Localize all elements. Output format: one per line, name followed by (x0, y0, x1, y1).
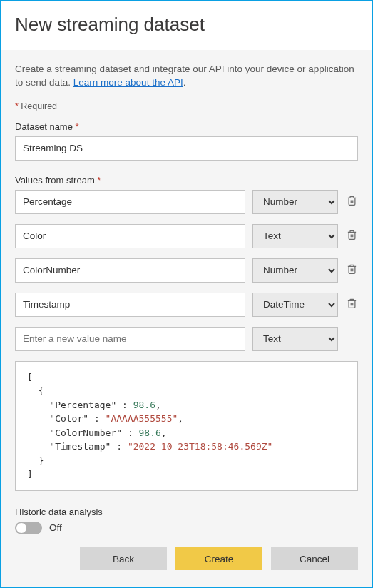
new-value-row: NumberTextDateTime (15, 327, 358, 351)
value-name-input[interactable] (15, 224, 245, 248)
learn-more-link[interactable]: Learn more about the API (73, 77, 183, 88)
value-row: NumberTextDateTime (15, 293, 358, 317)
page-title: New streaming dataset (15, 14, 358, 36)
values-from-stream-label: Values from stream * (15, 175, 358, 186)
dataset-name-input[interactable] (15, 136, 358, 161)
dataset-name-label: Dataset name * (15, 121, 358, 132)
new-value-name-input[interactable] (15, 327, 245, 351)
cancel-button[interactable]: Cancel (271, 547, 358, 570)
value-row: NumberTextDateTime (15, 258, 358, 283)
value-type-select[interactable]: NumberTextDateTime (252, 224, 338, 248)
trash-icon[interactable] (347, 195, 357, 208)
trash-icon[interactable] (347, 298, 357, 311)
back-button[interactable]: Back (80, 547, 167, 570)
create-button[interactable]: Create (175, 547, 262, 570)
value-row: NumberTextDateTime (15, 224, 358, 248)
historic-toggle[interactable] (15, 522, 42, 534)
value-type-select[interactable]: NumberTextDateTime (252, 190, 338, 214)
value-name-input[interactable] (15, 190, 245, 214)
value-name-input[interactable] (15, 293, 245, 317)
trash-icon[interactable] (347, 263, 357, 277)
historic-label: Historic data analysis (15, 507, 358, 517)
description-text: Create a streaming dataset and integrate… (15, 63, 358, 90)
value-type-select[interactable]: NumberTextDateTime (252, 293, 338, 317)
value-name-input[interactable] (15, 258, 245, 283)
trash-icon[interactable] (347, 229, 357, 243)
required-note: * Required (15, 101, 358, 111)
new-value-type-select[interactable]: NumberTextDateTime (252, 327, 338, 351)
historic-toggle-state: Off (49, 522, 62, 533)
json-preview: [ { "Percentage" : 98.6, "Color" : "AAAA… (15, 361, 358, 491)
value-row: NumberTextDateTime (15, 190, 358, 214)
value-type-select[interactable]: NumberTextDateTime (252, 258, 338, 283)
